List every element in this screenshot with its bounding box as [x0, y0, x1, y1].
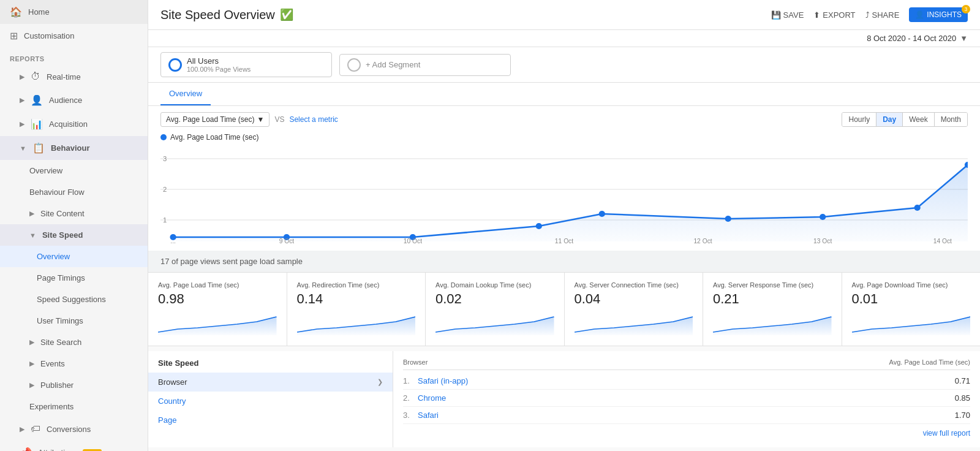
sidebar-item-behaviour[interactable]: ▼ 📋 Behaviour: [0, 136, 148, 160]
segment-add[interactable]: + Add Segment: [339, 54, 511, 76]
acquisition-icon: 📊: [31, 118, 43, 130]
browser-row[interactable]: 3. Safari 1.70: [403, 407, 970, 424]
metric-card: Avg. Domain Lookup Time (sec) 0.02: [426, 273, 565, 346]
site-speed-row[interactable]: Page: [148, 411, 393, 430]
hourly-button[interactable]: Hourly: [842, 113, 876, 126]
sparkline: [575, 311, 693, 335]
metric-card-label: Avg. Server Connection Time (sec): [575, 281, 693, 289]
insights-button[interactable]: 👤 INSIGHTS 3: [909, 7, 968, 22]
svg-marker-6: [173, 165, 968, 241]
hourly-label: Hourly: [848, 115, 870, 124]
chevron-right-icon3: ▶: [20, 120, 24, 128]
browser-table-header: Browser Avg. Page Load Time (sec): [403, 358, 970, 370]
sidebar-item-user-timings[interactable]: User Timings: [0, 310, 148, 332]
sidebar-item-publisher[interactable]: ▶ Publisher: [0, 374, 148, 396]
time-buttons: Hourly Day Week Month: [842, 112, 968, 127]
site-speed-row[interactable]: Browser ❯: [148, 373, 393, 392]
sidebar-page-timings-label: Page Timings: [37, 273, 85, 282]
metric-card-label: Avg. Domain Lookup Time (sec): [435, 281, 554, 289]
sidebar-behaviour-label: Behaviour: [51, 143, 90, 153]
sidebar-item-site-speed[interactable]: ▼ Site Speed: [0, 224, 148, 246]
main-content: Site Speed Overview ✅ 💾 SAVE ⬆ EXPORT ⤴ …: [148, 0, 980, 451]
segment-circle: [168, 58, 182, 72]
segment-sublabel: 100.00% Page Views: [187, 66, 251, 73]
customisation-icon: ⊞: [10, 30, 18, 42]
segment-info: All Users 100.00% Page Views: [187, 56, 251, 73]
metric-card-value: 0.21: [713, 291, 832, 307]
sidebar-behaviour-flow-label: Behaviour Flow: [29, 188, 85, 197]
share-button[interactable]: ⤴ SHARE: [865, 10, 900, 20]
sidebar-item-speed-suggestions[interactable]: Speed Suggestions: [0, 289, 148, 310]
sidebar-item-realtime[interactable]: ▶ ⏱ Real-time: [0, 65, 148, 88]
browser-row-num: 3.: [403, 411, 414, 420]
site-speed-row[interactable]: Country: [148, 392, 393, 411]
sidebar-item-events[interactable]: ▶ Events: [0, 353, 148, 374]
metric-card-value: 0.98: [158, 291, 277, 307]
sidebar-item-audience[interactable]: ▶ 👤 Audience: [0, 88, 148, 112]
sparkline: [158, 311, 277, 335]
chart-svg: 3 2 1: [160, 146, 968, 244]
browser-row-name[interactable]: Safari: [418, 411, 439, 420]
site-speed-table-title: Site Speed: [148, 358, 393, 373]
attribution-icon: 📌: [20, 447, 32, 451]
sidebar-item-home[interactable]: 🏠 Home: [0, 0, 148, 24]
insights-icon: 👤: [915, 10, 924, 19]
browser-row[interactable]: 2. Chrome 0.85: [403, 390, 970, 407]
browser-row[interactable]: 1. Safari (in-app) 0.71: [403, 373, 970, 390]
sidebar-item-site-content[interactable]: ▶ Site Content: [0, 203, 148, 224]
page-title-text: Site Speed Overview: [160, 8, 275, 22]
sidebar-item-customisation[interactable]: ⊞ Customisation: [0, 24, 148, 48]
sidebar-events-label: Events: [40, 359, 65, 368]
chevron-right-icon5: ▶: [29, 338, 34, 346]
home-icon: 🏠: [10, 6, 22, 18]
export-button[interactable]: ⬆ EXPORT: [813, 10, 855, 20]
metric-card: Avg. Redirection Time (sec) 0.14: [287, 273, 426, 346]
segment-all-users[interactable]: All Users 100.00% Page Views: [160, 52, 332, 77]
sidebar-item-attribution[interactable]: 📌 Attribution BETA: [0, 441, 148, 451]
date-bar: 8 Oct 2020 - 14 Oct 2020 ▼: [148, 30, 980, 47]
sidebar-user-timings-label: User Timings: [37, 316, 83, 325]
month-button[interactable]: Month: [935, 113, 967, 126]
svg-text:3: 3: [163, 155, 167, 162]
metric-dropdown[interactable]: Avg. Page Load Time (sec) ▼: [160, 112, 270, 127]
sidebar-item-page-timings[interactable]: Page Timings: [0, 267, 148, 289]
sidebar-item-site-speed-overview[interactable]: Overview: [0, 246, 148, 267]
view-full-report-link[interactable]: view full report: [403, 424, 970, 440]
metric-card: Avg. Page Download Time (sec) 0.01: [842, 273, 981, 346]
sidebar-item-behaviour-flow[interactable]: Behaviour Flow: [0, 181, 148, 203]
sidebar-item-conversions[interactable]: ▶ 🏷 Conversions: [0, 417, 148, 441]
save-button[interactable]: 💾 SAVE: [771, 10, 804, 20]
select-metric-link[interactable]: Select a metric: [289, 115, 337, 124]
tab-bar: Overview: [148, 83, 980, 106]
chart-svg-container: 3 2 1: [160, 146, 968, 244]
date-range-label: 8 Oct 2020 - 14 Oct 2020: [867, 34, 956, 43]
sidebar-item-site-search[interactable]: ▶ Site Search: [0, 332, 148, 353]
sidebar-realtime-label: Real-time: [47, 72, 81, 81]
topbar: Site Speed Overview ✅ 💾 SAVE ⬆ EXPORT ⤴ …: [148, 0, 980, 30]
sidebar-behaviour-overview-label: Overview: [29, 166, 62, 175]
date-selector[interactable]: 8 Oct 2020 - 14 Oct 2020 ▼: [867, 34, 968, 43]
sidebar-item-behaviour-overview[interactable]: Overview: [0, 160, 148, 181]
week-button[interactable]: Week: [903, 113, 934, 126]
svg-point-10: [536, 223, 542, 229]
sidebar-publisher-label: Publisher: [40, 381, 74, 390]
share-icon: ⤴: [865, 10, 870, 20]
bottom-section: Site Speed Browser ❯ Country Page Browse…: [148, 351, 980, 447]
svg-text:11 Oct: 11 Oct: [555, 238, 573, 244]
metric-card-label: Avg. Page Load Time (sec): [158, 281, 277, 289]
chevron-right-icon8: ▶: [20, 425, 24, 433]
svg-text:10 Oct: 10 Oct: [404, 238, 422, 244]
sidebar-item-experiments[interactable]: Experiments: [0, 396, 148, 417]
svg-text:13 Oct: 13 Oct: [813, 238, 832, 244]
tab-overview[interactable]: Overview: [160, 83, 211, 105]
browser-row-name[interactable]: Safari (in-app): [418, 376, 468, 385]
site-speed-table: Site Speed Browser ❯ Country Page: [148, 351, 393, 447]
browser-row-name[interactable]: Chrome: [418, 393, 446, 403]
day-button[interactable]: Day: [876, 113, 903, 126]
sidebar-speed-suggestions-label: Speed Suggestions: [37, 295, 106, 304]
sparkline: [297, 311, 416, 335]
sidebar-site-speed-overview-label: Overview: [37, 252, 70, 261]
metric-card-value: 0.14: [297, 291, 416, 307]
svg-point-13: [820, 214, 826, 220]
sidebar-item-acquisition[interactable]: ▶ 📊 Acquisition: [0, 112, 148, 136]
